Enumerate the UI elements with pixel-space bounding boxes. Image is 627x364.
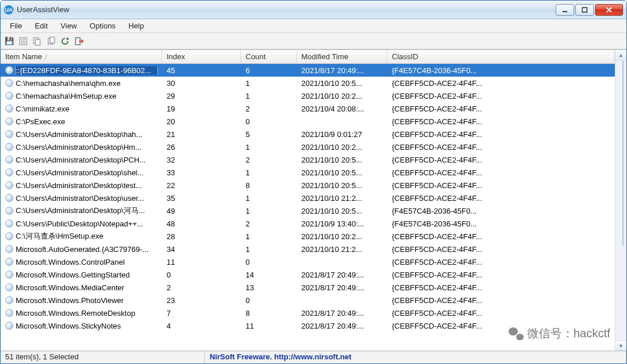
cell-classid: {CEBFF5CD-ACE2-4F4F... <box>387 156 615 164</box>
cell-index: 33 <box>162 168 241 177</box>
cell-index: 0 <box>162 271 241 279</box>
pin-icon[interactable] <box>45 35 57 48</box>
cell-count: 1 <box>241 168 297 177</box>
cell-item-name: Microsoft.AutoGenerated.{A3C79769-... <box>1 245 162 254</box>
cell-count: 1 <box>241 207 297 215</box>
table-row[interactable]: C:\Users\Administrator\Desktop\shel...33… <box>1 166 615 179</box>
cell-modified-time: 2021/10/10 20:5... <box>297 79 387 88</box>
titlebar[interactable]: UA UserAssistView <box>1 1 626 19</box>
column-classid[interactable]: ClassID <box>387 50 615 63</box>
cell-count: 8 <box>241 181 297 190</box>
table-row[interactable]: Microsoft.Windows.MediaCenter2132021/8/1… <box>1 281 615 294</box>
statusbar: 51 item(s), 1 Selected NirSoft Freeware.… <box>1 351 626 363</box>
table-row[interactable]: Microsoft.Windows.GettingStarted0142021/… <box>1 268 615 281</box>
cell-item-name: C:\Users\Administrator\Desktop\test... <box>1 181 162 190</box>
sort-asc-icon: ∕ <box>46 53 47 60</box>
item-name-text: C:\Users\Administrator\Desktop\hah... <box>16 130 157 139</box>
cell-index: 35 <box>162 194 241 203</box>
menu-help[interactable]: Help <box>122 20 150 31</box>
table-row[interactable]: C:\河马查杀\HmSetup.exe2812021/10/10 20:2...… <box>1 230 615 243</box>
cell-index: 45 <box>162 66 241 75</box>
exit-icon[interactable] <box>73 35 85 48</box>
table-row[interactable]: C:\Users\Administrator\Desktop\PCH...322… <box>1 153 615 166</box>
cell-index: 48 <box>162 219 241 228</box>
maximize-button[interactable] <box>575 4 594 16</box>
svg-rect-9 <box>35 39 40 45</box>
cell-count: 1 <box>241 245 297 254</box>
item-name-text: C:\hemachasha\hema\qhm.exe <box>16 79 157 88</box>
table-row[interactable]: C:\Users\Administrator\Desktop\user...35… <box>1 192 615 204</box>
cell-classid: {CEBFF5CD-ACE2-4F4F... <box>387 309 615 318</box>
cell-item-name: Microsoft.Windows.StickyNotes <box>1 322 162 330</box>
refresh-icon[interactable] <box>59 35 71 48</box>
scroll-down-icon[interactable]: ▼ <box>615 340 626 351</box>
copy-icon[interactable] <box>31 35 44 48</box>
table-row[interactable]: ::{ED228FDF-9EA8-4870-83B1-96B02...45620… <box>1 64 615 77</box>
menu-options[interactable]: Options <box>84 20 121 31</box>
window-controls <box>556 4 623 16</box>
cell-classid: {CEBFF5CD-ACE2-4F4F... <box>387 168 615 177</box>
table-row[interactable]: Microsoft.Windows.ControlPanel110{CEBFF5… <box>1 255 615 268</box>
menu-file[interactable]: File <box>4 20 28 31</box>
column-item-name[interactable]: Item Name∕ <box>1 50 162 63</box>
scroll-up-icon[interactable]: ▲ <box>615 50 626 60</box>
item-icon <box>5 130 13 138</box>
cell-index: 7 <box>162 309 241 318</box>
cell-modified-time: 2021/8/17 20:49:... <box>297 283 387 292</box>
table-row[interactable]: C:\Users\Administrator\Desktop\hah...215… <box>1 128 615 140</box>
cell-classid: {CEBFF5CD-ACE2-4F4F... <box>387 79 615 88</box>
scroll-thumb[interactable] <box>622 60 624 246</box>
cell-count: 2 <box>241 219 297 228</box>
menubar: File Edit View Options Help <box>1 19 626 33</box>
vertical-scrollbar[interactable]: ▲ ▼ <box>615 50 626 351</box>
cell-count: 2 <box>241 156 297 164</box>
table-row[interactable]: C:\Users\Administrator\Desktop\test...22… <box>1 179 615 192</box>
item-name-text: C:\PsExec.exe <box>16 117 157 126</box>
cell-count: 13 <box>241 283 297 292</box>
cell-index: 49 <box>162 207 241 215</box>
table-row[interactable]: Microsoft.Windows.StickyNotes4112021/8/1… <box>1 319 615 332</box>
close-button[interactable] <box>595 4 623 16</box>
item-icon <box>5 245 13 253</box>
table-row[interactable]: C:\Users\Administrator\Desktop\Hm...2612… <box>1 140 615 153</box>
menu-view[interactable]: View <box>55 20 82 31</box>
cell-count: 1 <box>241 79 297 88</box>
item-name-text: Microsoft.Windows.GettingStarted <box>16 271 157 279</box>
cell-item-name: C:\Users\Administrator\Desktop\Hm... <box>1 143 162 152</box>
table-row[interactable]: C:\Users\Public\Desktop\Notepad++...4822… <box>1 217 615 230</box>
listview-rows: ::{ED228FDF-9EA8-4870-83B1-96B02...45620… <box>1 64 615 332</box>
table-row[interactable]: C:\hemachasha\hema\qhm.exe3012021/10/10 … <box>1 77 615 89</box>
cell-modified-time: 2021/10/10 20:5... <box>297 181 387 190</box>
table-row[interactable]: C:\hemachasha\HmSetup.exe2912021/10/10 2… <box>1 89 615 102</box>
cell-item-name: C:\河马查杀\HmSetup.exe <box>1 231 162 242</box>
item-icon <box>5 143 13 151</box>
table-row[interactable]: Microsoft.Windows.PhotoViewer230{CEBFF5C… <box>1 294 615 307</box>
column-index[interactable]: Index <box>162 50 241 63</box>
save-icon[interactable]: 💾 <box>3 35 16 48</box>
table-row[interactable]: C:\Users\Administrator\Desktop\河马...4912… <box>1 204 615 217</box>
cell-index: 20 <box>162 117 241 126</box>
item-icon <box>5 117 13 125</box>
cell-index: 11 <box>162 258 241 266</box>
table-row[interactable]: C:\PsExec.exe200{CEBFF5CD-ACE2-4F4F... <box>1 115 615 128</box>
cell-count: 1 <box>241 143 297 152</box>
table-row[interactable]: C:\mimikatz.exe1922021/10/4 20:08:...{CE… <box>1 102 615 115</box>
column-modified-time[interactable]: Modified Time <box>297 50 387 63</box>
cell-classid: {CEBFF5CD-ACE2-4F4F... <box>387 322 615 330</box>
table-row[interactable]: Microsoft.AutoGenerated.{A3C79769-...341… <box>1 243 615 255</box>
window-title: UserAssistView <box>17 5 556 14</box>
cell-item-name: Microsoft.Windows.PhotoViewer <box>1 296 162 305</box>
table-row[interactable]: Microsoft.Windows.RemoteDesktop782021/8/… <box>1 307 615 319</box>
item-name-text: Microsoft.Windows.ControlPanel <box>16 258 157 266</box>
cell-modified-time: 2021/10/9 0:01:27 <box>297 130 387 139</box>
item-name-text: C:\河马查杀\HmSetup.exe <box>16 231 157 242</box>
item-icon <box>5 79 13 87</box>
properties-icon[interactable] <box>17 35 30 48</box>
cell-modified-time: 2021/10/4 20:08:... <box>297 104 387 113</box>
column-count[interactable]: Count <box>241 50 297 63</box>
cell-count: 0 <box>241 296 297 305</box>
cell-classid: {F4E57C4B-2036-45F0... <box>387 219 615 228</box>
listview-header: Item Name∕ Index Count Modified Time Cla… <box>1 50 615 64</box>
menu-edit[interactable]: Edit <box>29 20 53 31</box>
minimize-button[interactable] <box>556 4 574 16</box>
